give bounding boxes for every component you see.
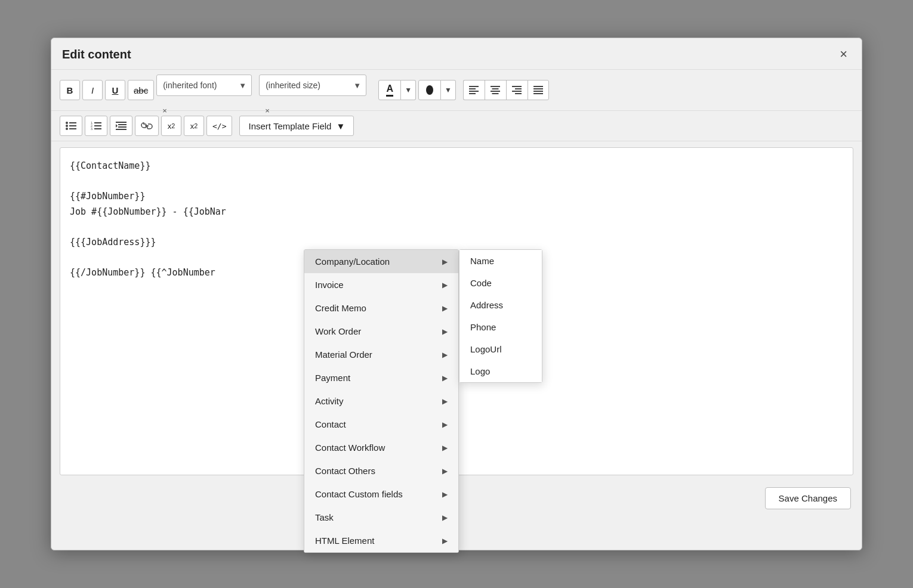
company-location-submenu: Name Code Address Phone LogoUrl Logo [459, 249, 542, 383]
font-family-clear-button[interactable]: × [162, 106, 167, 115]
subscript-button[interactable]: x2 [161, 116, 181, 136]
chevron-right-icon: ▶ [442, 537, 448, 545]
align-right-icon [512, 86, 522, 94]
indent-button[interactable] [110, 116, 132, 136]
svg-rect-22 [69, 128, 76, 129]
svg-rect-29 [116, 122, 127, 123]
font-size-arrow-icon: ▼ [353, 81, 361, 90]
editor-area[interactable]: {{ContactName}} {{#JobNumber}} Job #{{Jo… [60, 147, 853, 475]
align-center-button[interactable] [485, 80, 506, 100]
strikethrough-button[interactable]: abc [128, 80, 154, 100]
dropdown-item-contact-custom-fields[interactable]: Contact Custom fields ▶ [304, 482, 458, 506]
dropdown-item-html-element[interactable]: HTML Element ▶ [304, 529, 458, 552]
dropdown-item-credit-memo[interactable]: Credit Memo ▶ [304, 296, 458, 320]
text-color-arrow-button[interactable]: ▼ [401, 80, 416, 100]
unordered-list-button[interactable] [60, 116, 82, 136]
dropdown-item-material-order[interactable]: Material Order ▶ [304, 343, 458, 366]
insert-template-button[interactable]: Insert Template Field ▼ [239, 116, 354, 136]
align-justify-icon [533, 86, 543, 94]
submenu-item-phone[interactable]: Phone [459, 316, 542, 338]
modal-title: Edit content [62, 48, 131, 61]
italic-button[interactable]: I [82, 80, 103, 100]
svg-rect-6 [492, 88, 499, 89]
code-button[interactable]: </> [206, 116, 232, 136]
svg-rect-12 [515, 93, 522, 94]
dropdown-item-contact-others[interactable]: Contact Others ▶ [304, 459, 458, 482]
svg-rect-3 [469, 91, 479, 92]
text-color-button[interactable]: A [378, 80, 401, 100]
font-size-select[interactable]: (inherited size) ▼ [259, 75, 366, 96]
editor-line-1: {{ContactName}} [70, 159, 843, 174]
font-family-group: (inherited font) ▼ × [156, 75, 252, 106]
svg-rect-15 [533, 91, 543, 92]
dropdown-item-invoice[interactable]: Invoice ▶ [304, 273, 458, 296]
link-icon [141, 122, 153, 130]
submenu-item-code[interactable]: Code [459, 272, 542, 294]
toolbar-row1: B I U abc (inherited font) ▼ × (inherite… [51, 70, 862, 111]
font-size-clear-button[interactable]: × [265, 106, 270, 115]
highlight-arrow-button[interactable]: ▼ [441, 80, 456, 100]
insert-template-arrow-icon: ▼ [336, 121, 345, 131]
svg-rect-31 [118, 126, 127, 128]
save-changes-button[interactable]: Save Changes [765, 487, 851, 509]
chevron-right-icon: ▶ [442, 327, 448, 336]
modal-header: Edit content × [51, 38, 862, 70]
svg-rect-20 [69, 125, 76, 126]
svg-point-19 [66, 125, 68, 127]
svg-rect-26 [94, 125, 101, 126]
chevron-right-icon: ▶ [442, 304, 448, 312]
submenu-item-logourl[interactable]: LogoUrl [459, 338, 542, 360]
svg-rect-32 [116, 129, 127, 130]
svg-rect-5 [491, 86, 500, 87]
dropdown-item-work-order[interactable]: Work Order ▶ [304, 320, 458, 343]
editor-line-2 [70, 174, 843, 190]
svg-rect-10 [515, 88, 522, 89]
svg-rect-4 [469, 93, 476, 94]
svg-rect-9 [512, 86, 522, 87]
chevron-right-icon: ▶ [442, 258, 448, 266]
dropdown-item-activity[interactable]: Activity ▶ [304, 389, 458, 413]
align-left-icon [469, 86, 479, 94]
text-color-group: A ▼ ▼ [378, 80, 456, 100]
link-button[interactable] [135, 116, 159, 136]
editor-line-6: {{{JobAddress}}} [70, 235, 843, 250]
align-center-icon [491, 86, 500, 94]
svg-rect-13 [533, 86, 543, 87]
submenu-item-address[interactable]: Address [459, 294, 542, 316]
dropdown-item-contact-workflow[interactable]: Contact Workflow ▶ [304, 436, 458, 459]
dropdown-item-task[interactable]: Task ▶ [304, 506, 458, 529]
edit-content-modal: Edit content × B I U abc (inherited font… [51, 38, 862, 550]
superscript-button[interactable]: x2 [184, 116, 204, 136]
svg-rect-18 [69, 122, 76, 123]
svg-rect-7 [491, 91, 500, 92]
underline-button[interactable]: U [105, 80, 125, 100]
chevron-right-icon: ▶ [442, 467, 448, 475]
chevron-right-icon: ▶ [442, 281, 448, 289]
svg-rect-11 [512, 91, 522, 92]
align-group [463, 80, 549, 100]
dropdown-container: Company/Location ▶ Invoice ▶ Credit Memo… [304, 249, 542, 553]
ordered-list-button[interactable]: 1.2.3. [85, 116, 107, 136]
submenu-item-name[interactable]: Name [459, 250, 542, 272]
font-family-arrow-icon: ▼ [239, 81, 246, 90]
font-size-group: (inherited size) ▼ × [259, 75, 366, 106]
bold-button[interactable]: B [60, 80, 80, 100]
font-family-select[interactable]: (inherited font) ▼ [156, 75, 252, 96]
dropdown-item-payment[interactable]: Payment ▶ [304, 366, 458, 389]
align-right-button[interactable] [506, 80, 528, 100]
editor-line-3: {{#JobNumber}} [70, 189, 843, 205]
highlight-button[interactable] [418, 80, 441, 100]
align-left-button[interactable] [463, 80, 485, 100]
svg-rect-14 [533, 88, 543, 89]
svg-point-17 [66, 122, 68, 124]
dropdown-item-contact[interactable]: Contact ▶ [304, 413, 458, 436]
editor-line-5 [70, 219, 843, 235]
chevron-right-icon: ▶ [442, 513, 448, 522]
svg-text:3.: 3. [91, 127, 93, 130]
dropdown-item-company-location[interactable]: Company/Location ▶ [304, 250, 458, 273]
close-button[interactable]: × [836, 47, 851, 62]
align-justify-button[interactable] [528, 80, 549, 100]
chevron-right-icon: ▶ [442, 397, 448, 406]
submenu-item-logo[interactable]: Logo [459, 360, 542, 382]
svg-rect-16 [533, 93, 543, 94]
